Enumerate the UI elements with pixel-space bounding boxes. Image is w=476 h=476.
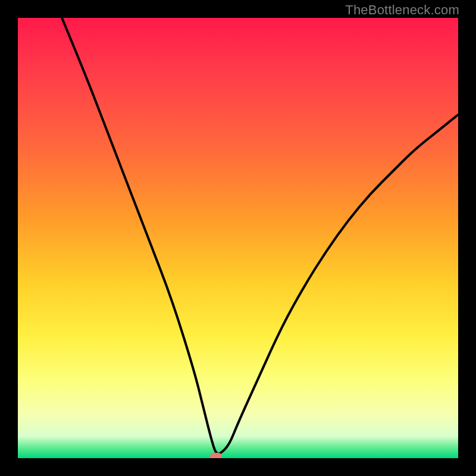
plot-area — [18, 18, 458, 458]
min-marker — [210, 453, 222, 458]
curve-layer — [18, 18, 458, 458]
watermark-text: TheBottleneck.com — [345, 2, 459, 18]
chart-frame: TheBottleneck.com — [0, 0, 476, 476]
bottleneck-curve — [62, 18, 458, 454]
